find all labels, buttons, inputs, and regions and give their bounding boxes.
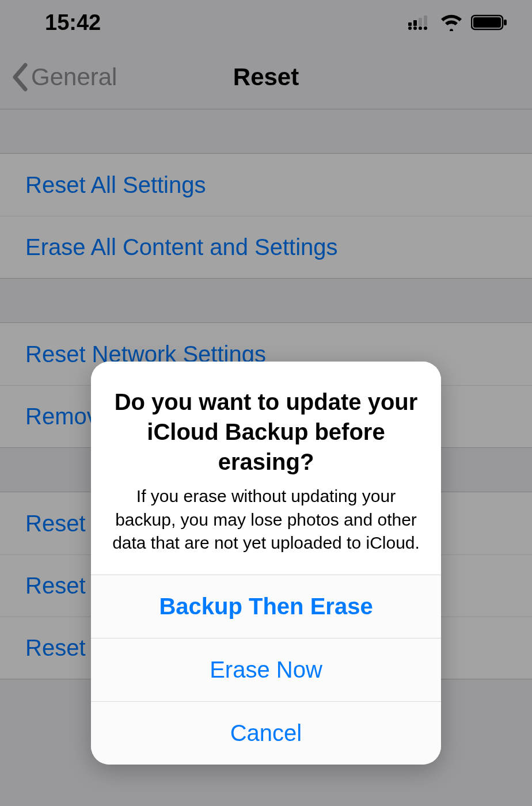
alert-dialog: Do you want to update your iCloud Backup…: [91, 362, 441, 765]
cancel-button[interactable]: Cancel: [91, 701, 441, 765]
alert-title: Do you want to update your iCloud Backup…: [112, 387, 420, 477]
alert-body: Do you want to update your iCloud Backup…: [91, 362, 441, 575]
alert-message: If you erase without updating your backu…: [112, 485, 420, 555]
button-label: Cancel: [230, 720, 302, 746]
backup-then-erase-button[interactable]: Backup Then Erase: [91, 575, 441, 638]
button-label: Erase Now: [210, 657, 322, 683]
erase-now-button[interactable]: Erase Now: [91, 638, 441, 701]
button-label: Backup Then Erase: [159, 594, 373, 619]
